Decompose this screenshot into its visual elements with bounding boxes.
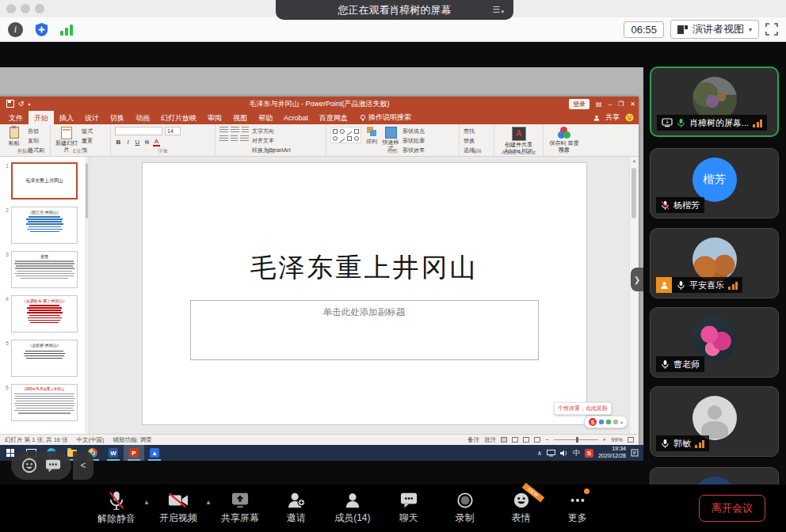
speaker-tray-icon[interactable]: [560, 450, 568, 457]
ribbon-tab-slideshow[interactable]: 幻灯片放映: [155, 111, 202, 124]
align-right-button[interactable]: [240, 135, 249, 142]
view-mode-selector[interactable]: 演讲者视图 ▾: [670, 20, 759, 39]
cut-button[interactable]: 剪切: [28, 127, 44, 135]
sogou-tray-icon[interactable]: S: [585, 449, 593, 458]
ribbon-display-icon[interactable]: ▤: [596, 101, 602, 108]
participant-tile-guo[interactable]: 郭敏: [650, 386, 779, 457]
text-direction-button[interactable]: 文字方向: [252, 127, 291, 135]
shapes-gallery[interactable]: [330, 127, 361, 143]
participant-tile-screen[interactable]: 肖樟树的屏幕...: [650, 66, 779, 137]
zoom-in-icon[interactable]: +: [603, 436, 606, 443]
monitor-tray-icon[interactable]: [547, 450, 555, 457]
ribbon-tab-baidu[interactable]: 百度网盘: [314, 111, 353, 124]
ribbon-tab-acrobat[interactable]: Acrobat: [278, 111, 314, 124]
encryption-shield-icon[interactable]: [34, 22, 49, 37]
participant-tile-yang[interactable]: 楷芳 杨楷芳: [650, 148, 779, 218]
ribbon-tab-animations[interactable]: 动画: [130, 111, 155, 124]
thumbnail-slide-4[interactable]: 4 《水调歌头·重上井冈山》: [2, 295, 84, 332]
slideshow-view-button[interactable]: [534, 437, 540, 443]
thumbnail-slide-2[interactable]: 2 《西江月·井冈山》: [2, 207, 84, 244]
share-screen-button[interactable]: 共享屏幕: [216, 492, 265, 525]
participant-tile-cao[interactable]: 曹老师: [650, 307, 779, 378]
font-color-button[interactable]: A: [153, 138, 160, 146]
comments-toggle[interactable]: 批注: [484, 436, 496, 444]
reactions-button[interactable]: NEW 表情: [497, 492, 546, 525]
align-center-button[interactable]: [231, 135, 238, 142]
ribbon-tab-insert[interactable]: 插入: [54, 111, 79, 124]
panel-chevron-button[interactable]: ❯: [631, 268, 643, 291]
subtitle-placeholder[interactable]: 单击此处添加副标题: [190, 300, 539, 360]
zoom-slider[interactable]: [554, 439, 598, 440]
participant-tile-pingan[interactable]: 平安喜乐: [650, 228, 779, 298]
mac-close-button[interactable]: [6, 4, 16, 13]
ppt-share-button[interactable]: 共享: [605, 112, 620, 123]
notification-center-icon[interactable]: [631, 449, 639, 457]
thumbnail-slide-5[interactable]: 5 《念奴娇·井冈山》: [2, 340, 84, 377]
ime-toolbar[interactable]: S ▾: [584, 416, 628, 428]
taskbar-blue-app[interactable]: ▲: [144, 445, 165, 461]
ribbon-tab-review[interactable]: 审阅: [202, 111, 227, 124]
accessibility-status[interactable]: 辅助功能: 调查: [113, 436, 152, 444]
copy-button[interactable]: 复制: [28, 137, 44, 145]
ime-tool-icon[interactable]: [606, 420, 611, 424]
ime-indicator[interactable]: 中: [573, 448, 580, 458]
unmute-button[interactable]: 解除静音: [92, 491, 141, 526]
participants-button[interactable]: 成员(14): [328, 492, 377, 525]
bullets-button[interactable]: [219, 127, 228, 133]
align-text-button[interactable]: 对齐文本: [252, 137, 291, 145]
italic-button[interactable]: I: [124, 139, 132, 146]
zoom-out-icon[interactable]: −: [545, 436, 548, 443]
video-options-caret[interactable]: ▲: [205, 499, 212, 506]
fit-slide-button[interactable]: [628, 437, 634, 443]
chat-button[interactable]: 聊天: [384, 492, 433, 525]
mac-minimize-button[interactable]: [21, 4, 30, 13]
window-minimize-button[interactable]: –: [609, 101, 612, 108]
reading-view-button[interactable]: [523, 437, 529, 443]
start-video-button[interactable]: 开启视频: [154, 492, 203, 525]
chat-bubble-icon[interactable]: [44, 458, 62, 473]
meeting-info-button[interactable]: i: [8, 22, 23, 37]
ribbon-tab-view[interactable]: 视图: [227, 111, 253, 124]
language-indicator[interactable]: 中文(中国): [77, 436, 105, 444]
more-button[interactable]: 更多: [553, 492, 602, 525]
align-left-button[interactable]: [219, 135, 228, 142]
shape-outline-button[interactable]: 形状轮廓: [403, 137, 425, 145]
layout-button[interactable]: 版式: [82, 127, 93, 135]
reset-button[interactable]: 重置: [82, 137, 93, 145]
qat-caret-icon[interactable]: ▾: [29, 101, 31, 107]
paste-button[interactable]: 粘贴: [4, 127, 25, 147]
notes-toggle[interactable]: 备注: [467, 436, 479, 444]
ribbon-tab-home[interactable]: 开始: [29, 111, 54, 124]
replace-button[interactable]: 替换: [464, 137, 475, 145]
ime-caret-icon[interactable]: ▾: [620, 420, 623, 425]
tell-me-search[interactable]: 操作说明搜索: [353, 111, 418, 124]
leave-meeting-button[interactable]: 离开会议: [699, 495, 765, 522]
find-button[interactable]: 查找: [464, 127, 475, 135]
sorter-view-button[interactable]: [512, 437, 518, 443]
tray-expand-icon[interactable]: ∧: [537, 450, 542, 457]
indent-button[interactable]: [242, 127, 249, 133]
banner-menu-button[interactable]: ☰ ▾: [493, 5, 504, 15]
ribbon-tab-transitions[interactable]: 切换: [105, 111, 130, 124]
ime-tool-icon[interactable]: [613, 420, 618, 424]
slide-scrollbar[interactable]: ▲: [629, 157, 639, 434]
normal-view-button[interactable]: [501, 437, 507, 443]
ribbon-tab-file[interactable]: 文件: [3, 111, 29, 124]
taskbar-word[interactable]: W: [103, 445, 124, 461]
numbering-button[interactable]: [231, 127, 239, 133]
strikethrough-button[interactable]: S: [143, 139, 151, 146]
audio-options-caret[interactable]: ▲: [143, 499, 150, 506]
invite-button[interactable]: 邀请: [272, 492, 321, 525]
record-button[interactable]: 录制: [441, 492, 490, 525]
ribbon-tab-design[interactable]: 设计: [79, 111, 105, 124]
shape-fill-button[interactable]: 形状填充: [403, 127, 425, 135]
ime-tool-icon[interactable]: [599, 420, 604, 424]
taskbar-powerpoint[interactable]: P: [124, 445, 144, 461]
font-size-box[interactable]: 14: [165, 127, 181, 135]
slide-title[interactable]: 毛泽东重上井冈山: [143, 250, 586, 286]
feedback-smiley-icon[interactable]: [625, 113, 634, 122]
save-icon[interactable]: [6, 100, 14, 108]
thumbnail-slide-6[interactable]: 6 1965年毛泽东重上井冈山: [2, 384, 84, 421]
underline-button[interactable]: U: [134, 139, 141, 146]
scroll-up-icon[interactable]: ▲: [630, 158, 639, 163]
